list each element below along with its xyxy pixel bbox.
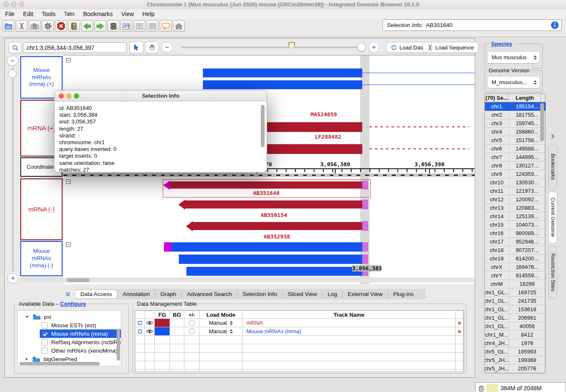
- chromosome-row[interactable]: chr3159745...: [485, 119, 545, 128]
- chromosome-row[interactable]: chr7144995...: [485, 153, 545, 162]
- menu-view[interactable]: View: [121, 11, 134, 17]
- chromosome-row[interactable]: chr5_JH...199368: [485, 356, 545, 365]
- chromosome-row[interactable]: chr1195154...: [485, 102, 545, 111]
- refresh-track-button[interactable]: [135, 319, 145, 327]
- chromosome-row[interactable]: chr5_GL...195993: [485, 348, 545, 356]
- dna-sequence-button[interactable]: [16, 20, 27, 32]
- feedback-button[interactable]: [160, 20, 172, 32]
- tab-plug-ins[interactable]: Plug-ins: [388, 290, 419, 298]
- chromosome-row[interactable]: chrM16299: [485, 280, 545, 288]
- seq-name-header[interactable]: (70) Se...: [485, 94, 509, 102]
- bg-color-swatch[interactable]: [170, 319, 184, 327]
- selection-info-field[interactable]: Selection Info: AB351640: [383, 19, 562, 31]
- checkbox[interactable]: [41, 339, 48, 345]
- chromosome-row[interactable]: chr15104073...: [485, 221, 545, 229]
- chromosome-row[interactable]: chr1_M...8412: [485, 331, 545, 339]
- zoom-slider-thumb[interactable]: [357, 43, 366, 52]
- strand-separator[interactable]: [63, 173, 475, 177]
- chromosome-row[interactable]: chr1_GL...40056: [485, 322, 545, 331]
- disclosure-open-icon[interactable]: [25, 316, 29, 318]
- chromosome-row[interactable]: chr5151758...: [485, 136, 545, 145]
- tree-horizontal-scrollbar-thumb[interactable]: [19, 362, 100, 365]
- mrna-minus-strand-feature-bar[interactable]: [170, 181, 362, 189]
- mrna-minus-feature-bar[interactable]: [179, 255, 362, 264]
- selection-info-window[interactable]: Selection Info id: AB351640 start: 3,056…: [54, 90, 267, 173]
- tab-annotation[interactable]: Annotation: [117, 290, 155, 298]
- search-button[interactable]: [8, 42, 22, 53]
- load-mode-select[interactable]: Manual: [200, 327, 243, 336]
- track-label-mrna-minus[interactable]: mRNA (-): [20, 178, 63, 240]
- open-file-button[interactable]: [3, 20, 14, 32]
- genome-version-select[interactable]: M_musculus...: [487, 76, 540, 88]
- back-button[interactable]: [81, 20, 93, 32]
- checkbox[interactable]: [41, 348, 48, 354]
- chromosome-row[interactable]: chr4_JH...1976: [485, 339, 545, 348]
- horizontal-scrollbar-thumb[interactable]: [67, 278, 90, 282]
- chromosome-row[interactable]: chr1_GL...241735: [485, 297, 545, 305]
- popup-close-button[interactable]: [59, 93, 64, 99]
- tab-log[interactable]: Log: [322, 290, 342, 298]
- refresh-track-button[interactable]: [135, 327, 145, 336]
- delete-track-button[interactable]: ×: [456, 319, 464, 327]
- species-select[interactable]: Mus musculus: [487, 51, 540, 63]
- load-mode-select[interactable]: Manual: [200, 319, 243, 327]
- menu-tabs[interactable]: Tabs: [64, 11, 74, 17]
- popup-scrollbar-thumb[interactable]: [261, 105, 265, 147]
- chromosome-row[interactable]: chr9124359...: [485, 170, 545, 178]
- chromosome-row[interactable]: chr12120092...: [485, 195, 545, 204]
- chromosome-row[interactable]: chr14125139...: [485, 212, 545, 221]
- chromosome-row[interactable]: chrY914559...: [485, 271, 545, 280]
- preferences-gear-button[interactable]: [42, 20, 54, 32]
- sequence-table-scrollbar-thumb[interactable]: [540, 103, 544, 141]
- menu-help[interactable]: Help: [142, 11, 155, 17]
- info-button[interactable]: [551, 21, 559, 29]
- side-tab-current-genome[interactable]: Current Genome: [548, 191, 557, 244]
- fg-color-swatch[interactable]: [155, 319, 170, 327]
- chromosome-row[interactable]: chr19614200...: [485, 255, 545, 263]
- chromosome-row[interactable]: chr18907207...: [485, 246, 545, 255]
- zoom-in-button[interactable]: +: [368, 42, 380, 53]
- zoom-slider[interactable]: [181, 47, 364, 48]
- collapse-track-button[interactable]: [66, 242, 71, 247]
- menu-edit[interactable]: Edit: [23, 11, 33, 17]
- tab-data-access[interactable]: Data Access: [75, 290, 117, 298]
- popup-minimize-button[interactable]: [66, 93, 71, 99]
- expand-side-panel-button[interactable]: [549, 132, 557, 141]
- snapshot-camera-button[interactable]: [29, 20, 41, 32]
- home-button[interactable]: [173, 20, 185, 32]
- checkbox[interactable]: [41, 322, 48, 329]
- tab-external-view[interactable]: External View: [342, 290, 388, 298]
- track-name-cell[interactable]: mRNA: [243, 319, 456, 327]
- trash-icon[interactable]: [479, 385, 484, 392]
- checkbox[interactable]: [189, 329, 194, 334]
- collapse-track-button[interactable]: [66, 58, 71, 63]
- chromosome-row[interactable]: chr5_JH...205776: [485, 365, 545, 373]
- fg-color-swatch[interactable]: [155, 327, 170, 336]
- mrna-minus-feature-bar[interactable]: [186, 267, 362, 276]
- menu-tools[interactable]: Tools: [42, 11, 56, 17]
- chromosome-row[interactable]: chr1_GL...153618: [485, 305, 545, 314]
- vertical-zoom-slider-thumb[interactable]: [8, 69, 16, 78]
- checkbox-checked[interactable]: [41, 331, 48, 337]
- mrna-minus-feature-bar[interactable]: [171, 242, 362, 252]
- tab-advanced-search[interactable]: Advanced Search: [181, 290, 237, 298]
- chromosome-row[interactable]: chrX169476...: [485, 263, 545, 271]
- seq-length-header[interactable]: Length: [509, 94, 541, 102]
- chromosome-row[interactable]: chr16980089...: [485, 229, 545, 238]
- collapse-track-button[interactable]: [66, 179, 71, 184]
- chromosome-row[interactable]: chr17952946...: [485, 238, 545, 246]
- chromosome-row[interactable]: chr1_GL...169725: [485, 288, 545, 297]
- chromosome-row[interactable]: chr11121973...: [485, 187, 545, 195]
- menu-file[interactable]: File: [5, 11, 15, 17]
- chromosome-row[interactable]: chr13120883...: [485, 204, 545, 212]
- bg-color-swatch[interactable]: [170, 327, 184, 336]
- stop-button[interactable]: [55, 20, 67, 32]
- mrna-minus-strand-feature-bar[interactable]: [193, 222, 362, 230]
- load-sequence-button[interactable]: Load Sequence: [423, 42, 479, 53]
- menu-bookmarks[interactable]: Bookmarks: [83, 11, 113, 17]
- visibility-toggle[interactable]: [145, 319, 155, 327]
- chromosome-row[interactable]: chr10130530...: [485, 178, 545, 187]
- side-tab-bookmarks[interactable]: Bookmarks: [548, 144, 557, 189]
- tab-graph[interactable]: Graph: [155, 290, 182, 298]
- mrna-minus-strand-feature-bar[interactable]: [185, 200, 362, 208]
